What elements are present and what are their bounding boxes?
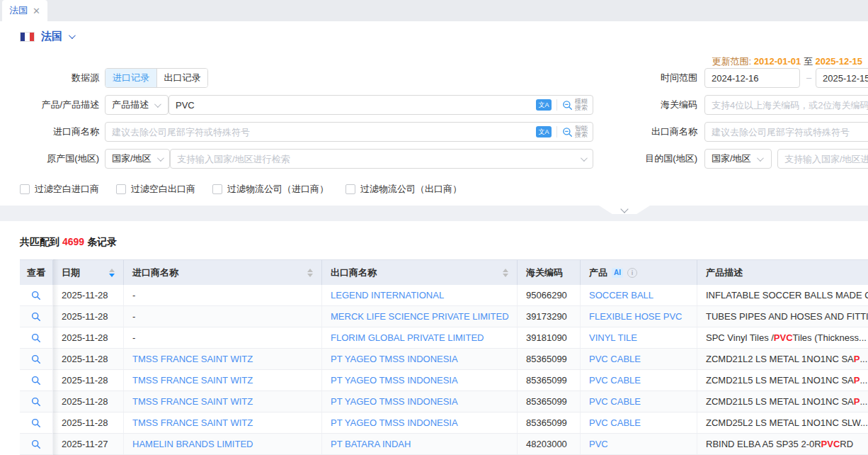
result-count: 4699 <box>59 236 87 247</box>
update-range: 更新范围: 2012-01-01 至 2025-12-15 <box>712 55 863 68</box>
product-link[interactable]: PVC <box>589 439 608 449</box>
product-link[interactable]: SOCCER BALL <box>589 290 653 300</box>
view-record-button[interactable] <box>31 439 41 449</box>
importer-field[interactable]: 文A 智能搜索 <box>105 122 593 142</box>
chevron-down-icon <box>581 155 588 162</box>
col-header-importer[interactable]: 进口商名称 <box>124 260 322 285</box>
exporter-name[interactable]: PT YAGEO TMSS INDONESIA <box>331 375 458 386</box>
origin-country-input[interactable] <box>171 150 581 168</box>
import-records-toggle[interactable]: 进口记录 <box>105 69 156 87</box>
importer-name[interactable]: TMSS FRANCE SAINT WITZ <box>132 417 253 428</box>
smart-search-toggle[interactable]: 智能搜索 <box>562 125 593 139</box>
magnifier-icon <box>31 291 41 300</box>
table-body: 2025-11-28-LEGEND INTERNATIONAL95066290S… <box>20 285 868 455</box>
product-link[interactable]: VINYL TILE <box>589 332 637 343</box>
product-cell: FLEXIBLE HOSE PVC <box>581 306 697 327</box>
checkbox-icon[interactable] <box>346 184 355 194</box>
importer-sorter[interactable] <box>307 269 313 277</box>
destination-country-input[interactable] <box>777 149 868 169</box>
view-cell <box>20 370 53 391</box>
hs-code-cell: 85365099 <box>518 391 581 412</box>
importer-cell: TMSS FRANCE SAINT WITZ <box>124 412 322 433</box>
exporter-name[interactable]: PT YAGEO TMSS INDONESIA <box>331 417 458 428</box>
checkbox-icon[interactable] <box>20 184 30 194</box>
tab-close-icon[interactable]: ✕ <box>33 6 40 16</box>
importer-name[interactable]: TMSS FRANCE SAINT WITZ <box>132 354 253 364</box>
date-to-field[interactable] <box>816 68 868 88</box>
origin-type-select[interactable]: 国家/地区 <box>105 149 170 169</box>
product-search-input[interactable] <box>169 96 536 114</box>
filter-checkbox-0[interactable]: 过滤空白进口商 <box>20 183 99 196</box>
checkbox-icon[interactable] <box>212 184 222 194</box>
importer-cell: TMSS FRANCE SAINT WITZ <box>124 349 322 369</box>
exporter-input[interactable] <box>704 122 868 142</box>
exporter-name[interactable]: FLORIM GLOBAL PRIVATE LIMITED <box>331 332 484 343</box>
filter-checkbox-2[interactable]: 过滤物流公司（进口商） <box>212 183 329 196</box>
importer-name[interactable]: TMSS FRANCE SAINT WITZ <box>132 375 253 386</box>
exporter-name[interactable]: MERCK LIFE SCIENCE PRIVATE LIMITED <box>331 311 509 322</box>
filter-checkbox-1[interactable]: 过滤空白出口商 <box>116 183 195 196</box>
importer-input[interactable] <box>105 123 536 141</box>
info-icon[interactable]: i <box>627 268 637 278</box>
origin-country-field[interactable] <box>170 149 593 169</box>
chevron-down-icon[interactable] <box>69 32 76 39</box>
country-header[interactable]: 法国 <box>20 30 74 43</box>
update-to-date: 2025-12-15 <box>816 56 863 67</box>
hs-code-cell: 85365099 <box>518 370 581 391</box>
hs-code-input[interactable] <box>704 95 868 115</box>
translate-icon[interactable]: 文A <box>536 99 552 111</box>
description-cell: ZCMD21L5 LS METAL 1NO1NC SA P... <box>697 370 868 391</box>
col-header-date[interactable]: 日期 <box>53 260 124 285</box>
importer-name[interactable]: HAMELIN BRANDS LIMITED <box>132 439 253 449</box>
export-records-toggle[interactable]: 出口记录 <box>156 69 207 87</box>
exporter-sorter[interactable] <box>503 269 508 277</box>
destination-type-select[interactable]: 国家/地区 <box>704 149 772 169</box>
col-header-description: 产品描述 <box>697 260 868 285</box>
exporter-cell: PT YAGEO TMSS INDONESIA <box>322 370 518 391</box>
exporter-name[interactable]: PT BATARA INDAH <box>331 439 411 449</box>
view-record-button[interactable] <box>31 376 41 386</box>
origin-select-value: 国家/地区 <box>112 152 152 165</box>
exporter-name[interactable]: PT YAGEO TMSS INDONESIA <box>331 396 458 407</box>
checkbox-icon[interactable] <box>116 184 126 194</box>
view-record-button[interactable] <box>31 312 41 322</box>
product-link[interactable]: FLEXIBLE HOSE PVC <box>589 311 683 322</box>
product-link[interactable]: PVC CABLE <box>589 354 641 364</box>
filter-checkbox-3[interactable]: 过滤物流公司（出口商） <box>346 183 462 196</box>
view-cell <box>20 434 53 454</box>
view-record-button[interactable] <box>31 291 41 300</box>
ai-badge: AI <box>612 268 623 278</box>
smart-search-label: 智能搜索 <box>575 125 588 139</box>
exporter-name[interactable]: LEGEND INTERNATIONAL <box>331 290 444 300</box>
importer-name: - <box>132 290 135 300</box>
product-link[interactable]: PVC CABLE <box>589 375 641 386</box>
date-from-field[interactable] <box>704 68 800 88</box>
date-to-input[interactable] <box>816 69 868 87</box>
view-record-button[interactable] <box>31 333 41 343</box>
checkbox-label: 过滤物流公司（出口商） <box>360 183 462 196</box>
importer-cell: - <box>124 306 322 327</box>
col-header-exporter[interactable]: 出口商名称 <box>322 260 518 285</box>
view-record-button[interactable] <box>31 397 41 407</box>
importer-name[interactable]: TMSS FRANCE SAINT WITZ <box>132 396 253 407</box>
date-sorter[interactable] <box>109 269 115 277</box>
view-record-button[interactable] <box>31 418 41 428</box>
exporter-name[interactable]: PT YAGEO TMSS INDONESIA <box>331 354 458 364</box>
col-header-product: 产品 AI i <box>581 260 697 285</box>
description-cell: ZCMD25L2 LS METAL 1NO1NC SLW... <box>697 412 868 433</box>
result-prefix: 共匹配到 <box>20 236 59 247</box>
date-cell: 2025-11-28 <box>53 391 124 412</box>
table-row: 2025-11-28TMSS FRANCE SAINT WITZPT YAGEO… <box>20 412 868 434</box>
tab-france[interactable]: 法国 ✕ <box>2 0 47 21</box>
view-record-button[interactable] <box>31 354 41 364</box>
exporter-cell: PT YAGEO TMSS INDONESIA <box>322 349 518 369</box>
product-search-field[interactable]: 文A 模糊搜索 <box>169 95 593 115</box>
exporter-cell: PT YAGEO TMSS INDONESIA <box>322 391 518 412</box>
fuzzy-search-toggle[interactable]: 模糊搜索 <box>562 99 593 112</box>
description-highlight: P <box>854 354 860 364</box>
translate-icon[interactable]: 文A <box>536 126 552 137</box>
description-text: INFLATABLE SOCCER BALLS MADE O... <box>706 290 868 300</box>
product-type-select[interactable]: 产品描述 <box>105 95 169 115</box>
product-link[interactable]: PVC CABLE <box>589 417 641 428</box>
product-link[interactable]: PVC CABLE <box>589 396 641 407</box>
